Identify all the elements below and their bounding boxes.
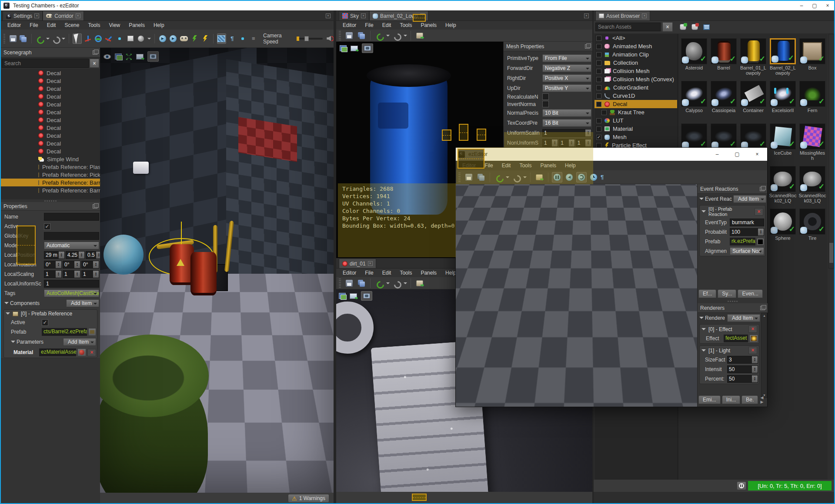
asset-thumbnail[interactable]	[711, 38, 737, 64]
components-add-item-button[interactable]: Add Item	[66, 299, 99, 307]
asset-type-collision-mesh[interactable]: Collision Mesh	[595, 67, 677, 75]
tab-corridor-close-icon[interactable]	[76, 13, 80, 18]
play-game-button[interactable]	[179, 33, 188, 44]
parameters-add-item-button[interactable]: Add Item	[63, 338, 96, 346]
redo-button[interactable]	[51, 33, 60, 44]
sizefact-spinner-stepper[interactable]: ▲▼	[752, 356, 758, 363]
undo-menu-caret[interactable]	[46, 38, 50, 41]
scenegraph-item[interactable]: Decal	[1, 139, 100, 147]
localuniform-input[interactable]: 1	[44, 280, 99, 288]
asset-search-clear-button[interactable]	[662, 22, 673, 32]
screenshot-icon[interactable]	[136, 54, 144, 60]
mesh-properties-float-icon[interactable]	[585, 44, 590, 49]
transform-failed-icon[interactable]	[691, 24, 698, 30]
effect-expander[interactable]	[701, 328, 706, 332]
asset-tile-excelsiorii[interactable]: ExcelsiorII	[769, 81, 797, 113]
scenegraph-item[interactable]: Prefab Reference: Barrel2	[1, 179, 100, 186]
effect-group-header[interactable]: [0] - Effect	[700, 325, 759, 334]
layer-stack-button[interactable]: ≡	[249, 33, 258, 44]
panel-tab-scroll-arrows[interactable]: ◀ ▶	[760, 395, 767, 404]
particle-close-button[interactable]: ×	[747, 148, 767, 161]
component-expander-icon[interactable]	[6, 312, 10, 317]
recalculaten-checkbox[interactable]	[542, 93, 549, 100]
menu-item-help[interactable]: Help	[150, 21, 168, 29]
menu-item-view[interactable]: View	[105, 21, 124, 29]
particle-maximize-button[interactable]: ▢	[727, 148, 747, 161]
percent-spinner-stepper[interactable]: ▲▼	[752, 375, 758, 382]
menu-item-editor[interactable]: Editor	[339, 269, 360, 277]
render-mode-toggle[interactable]	[217, 33, 226, 44]
asset-thumbnail[interactable]	[681, 38, 707, 64]
particle-toolbar-grip[interactable]	[458, 172, 461, 182]
tab-sky-close-icon[interactable]	[361, 13, 366, 18]
panel-tab-ef[interactable]: Ef...	[698, 289, 716, 298]
asset-type-checkbox[interactable]	[596, 85, 601, 90]
asset-type-checkbox[interactable]	[596, 135, 601, 140]
asset-thumbnail[interactable]	[770, 38, 796, 64]
renderers-expander[interactable]	[699, 317, 704, 321]
light-delete-button[interactable]	[748, 347, 757, 354]
mesh-export-button[interactable]	[414, 30, 425, 41]
particle-time-button[interactable]	[588, 172, 599, 182]
asset-browser-float-icon[interactable]	[642, 13, 647, 18]
camera-speed-thumb[interactable]	[304, 36, 309, 41]
light-group-header[interactable]: [1] - Light	[700, 346, 759, 355]
dirt-save-button[interactable]	[344, 278, 354, 288]
localrotation-values-1-stepper[interactable]: ▲▼	[74, 261, 80, 268]
simulate-button[interactable]	[190, 33, 199, 44]
maximize-view-icon[interactable]	[126, 53, 132, 60]
dirt-undo-button[interactable]	[374, 278, 384, 288]
view-layout-icon[interactable]	[339, 293, 346, 299]
gizmo-menu-caret[interactable]	[147, 38, 151, 41]
menu-item-file[interactable]: File	[26, 21, 42, 29]
localposition-values-0[interactable]: 29 m▲▼	[44, 251, 65, 259]
panel-tab-ini[interactable]: Ini...	[722, 395, 741, 404]
menu-item-tools[interactable]: Tools	[515, 162, 535, 169]
asset-type-checkbox[interactable]	[596, 118, 601, 123]
particle-minimize-button[interactable]: –	[707, 148, 727, 161]
active-checkbox[interactable]	[44, 223, 50, 230]
asset-type-kraut-tree[interactable]: Kraut Tree	[595, 108, 677, 116]
prefab-swatch-button[interactable]	[757, 238, 764, 245]
particle-save-all-button[interactable]	[476, 172, 486, 182]
asset-thumbnail[interactable]	[740, 123, 766, 149]
menu-item-tools[interactable]: Tools	[84, 21, 104, 29]
scenegraph-item[interactable]: Prefab Reference: Barrel2	[1, 186, 100, 194]
asset-tile-asteroid[interactable]: Asteroid	[680, 38, 708, 70]
mesh-save-button[interactable]	[344, 30, 354, 41]
pilcrow-toggle[interactable]: ¶	[228, 33, 237, 44]
undo-button[interactable]	[35, 33, 44, 44]
scenegraph-item[interactable]: Decal	[1, 108, 100, 116]
renderers-add-button[interactable]: Add Item	[727, 314, 760, 322]
prefab-reaction-header[interactable]: [0] - Prefab Reaction	[700, 206, 765, 218]
menu-item-edit[interactable]: Edit	[43, 21, 60, 29]
transform-assets-icon[interactable]	[680, 24, 686, 30]
toolbar-grip[interactable]	[3, 34, 5, 43]
asset-thumbnail[interactable]	[799, 209, 825, 235]
eventtyp-input[interactable]: burnmark	[730, 219, 764, 226]
asset-thumbnail[interactable]	[711, 123, 737, 149]
run-button[interactable]	[200, 33, 209, 44]
component-group-header[interactable]: [0] - Prefab Reference	[4, 310, 97, 318]
percent-spinner[interactable]: 50▲▼	[727, 375, 758, 383]
asset-scrollbar-thumb[interactable]	[829, 243, 833, 263]
nonuniforms-2[interactable]: 1▲▼	[576, 139, 591, 147]
components-expander-icon[interactable]	[4, 302, 9, 306]
scene-viewport[interactable]	[100, 48, 334, 493]
asset-type-collection[interactable]: Collection	[595, 59, 677, 67]
menu-item-editor[interactable]: Editor	[3, 21, 25, 29]
asset-thumbnail[interactable]	[740, 38, 766, 64]
localposition-values-0-stepper[interactable]: ▲▼	[59, 252, 64, 259]
scenegraph-float-icon[interactable]	[93, 50, 97, 55]
uniformscalin-spinner-stepper[interactable]: ▲▼	[585, 129, 591, 136]
asset-type-animation-clip[interactable]: Animation Clip	[595, 50, 677, 59]
globalkey-input[interactable]	[44, 232, 99, 240]
alignmen-dropdown[interactable]: Surface Nor	[730, 247, 764, 255]
asset-tile-icecube[interactable]: IceCube	[769, 123, 797, 156]
menu-item-edit[interactable]: Edit	[498, 162, 515, 169]
scenegraph-item[interactable]: Simple Wind	[1, 155, 100, 163]
asset-tile-scannedrock02-lq[interactable]: ScannedRock02_LQ	[769, 166, 797, 203]
asset-type-curve1d[interactable]: Curve1D	[595, 92, 677, 100]
dirt-toolbar-grip[interactable]	[339, 279, 341, 288]
renderers-scrollbar[interactable]: ▲ ▼	[761, 313, 767, 398]
